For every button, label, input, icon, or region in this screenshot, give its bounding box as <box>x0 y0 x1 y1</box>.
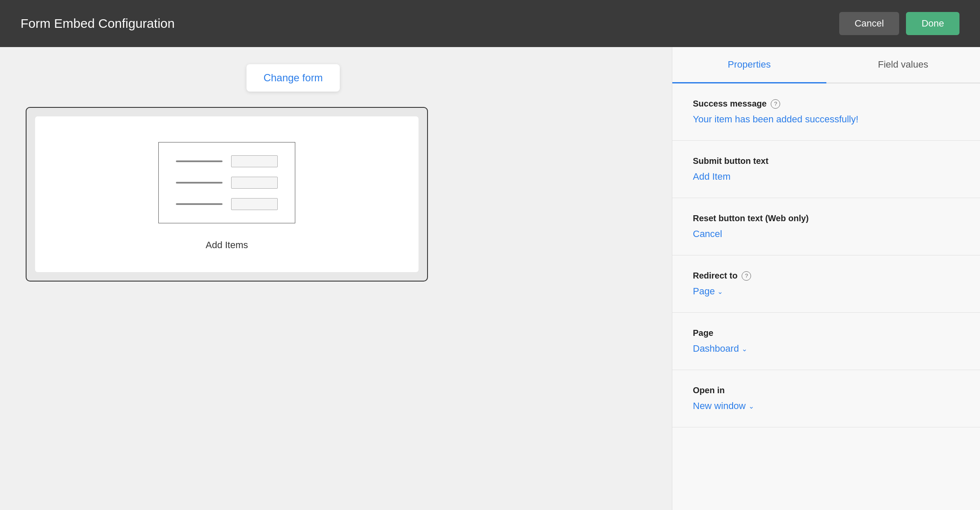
tab-properties[interactable]: Properties <box>672 47 826 83</box>
right-panel: Properties Field values Success message … <box>672 47 980 510</box>
page-label: Page <box>693 328 959 338</box>
form-row-2 <box>176 177 278 189</box>
submit-button-text-value[interactable]: Add Item <box>693 171 959 182</box>
done-button[interactable]: Done <box>906 12 959 35</box>
success-message-help-icon[interactable]: ? <box>771 99 780 109</box>
tabs: Properties Field values <box>672 47 980 83</box>
reset-button-text-section: Reset button text (Web only) Cancel <box>672 198 980 255</box>
left-area: Change form Add I <box>0 47 672 510</box>
redirect-to-chevron-icon: ⌄ <box>717 288 723 296</box>
page-chevron-icon: ⌄ <box>742 345 747 353</box>
form-preview-inner: Add Items <box>35 116 419 272</box>
redirect-to-value[interactable]: Page ⌄ <box>693 286 959 297</box>
form-preview-wrapper: Add Items <box>26 107 428 282</box>
properties-panel: Success message ? Your item has been add… <box>672 83 980 510</box>
reset-button-text-value[interactable]: Cancel <box>693 228 959 240</box>
form-input-3 <box>231 198 278 210</box>
reset-button-text-label: Reset button text (Web only) <box>693 213 959 223</box>
form-input-1 <box>231 155 278 167</box>
form-label-line-1 <box>176 160 223 162</box>
header-actions: Cancel Done <box>839 12 959 35</box>
header: Form Embed Configuration Cancel Done <box>0 0 980 47</box>
redirect-to-label: Redirect to ? <box>693 271 959 281</box>
page-value[interactable]: Dashboard ⌄ <box>693 343 959 354</box>
form-input-2 <box>231 177 278 189</box>
form-submit-label: Add Items <box>205 240 248 251</box>
open-in-chevron-icon: ⌄ <box>748 402 754 410</box>
open-in-section: Open in New window ⌄ <box>672 370 980 427</box>
tab-field-values[interactable]: Field values <box>826 47 980 83</box>
form-label-line-3 <box>176 203 223 205</box>
page-section: Page Dashboard ⌄ <box>672 313 980 370</box>
page-title: Form Embed Configuration <box>21 16 175 31</box>
open-in-value[interactable]: New window ⌄ <box>693 400 959 412</box>
form-row-1 <box>176 155 278 167</box>
success-message-value[interactable]: Your item has been added successfully! <box>693 114 959 125</box>
redirect-to-section: Redirect to ? Page ⌄ <box>672 255 980 313</box>
change-form-button[interactable]: Change form <box>246 64 340 92</box>
success-message-label: Success message ? <box>693 99 959 109</box>
submit-button-text-section: Submit button text Add Item <box>672 141 980 198</box>
main-layout: Change form Add I <box>0 47 980 510</box>
submit-button-text-label: Submit button text <box>693 156 959 166</box>
success-message-section: Success message ? Your item has been add… <box>672 83 980 141</box>
form-fields-preview <box>158 142 295 223</box>
form-row-3 <box>176 198 278 210</box>
cancel-button[interactable]: Cancel <box>839 12 899 35</box>
redirect-to-help-icon[interactable]: ? <box>742 271 751 281</box>
open-in-label: Open in <box>693 385 959 395</box>
form-label-line-2 <box>176 182 223 184</box>
